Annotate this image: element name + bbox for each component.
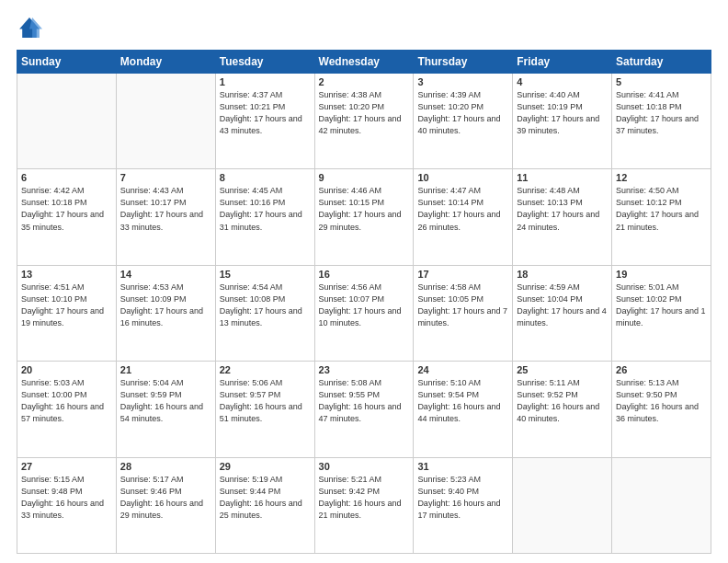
day-number: 14 xyxy=(120,269,211,280)
calendar-cell: 19Sunrise: 5:01 AM Sunset: 10:02 PM Dayl… xyxy=(612,265,711,361)
cell-info: Sunrise: 5:04 AM Sunset: 9:59 PM Dayligh… xyxy=(120,377,211,425)
cell-info: Sunrise: 5:17 AM Sunset: 9:46 PM Dayligh… xyxy=(120,474,211,522)
calendar-cell: 11Sunrise: 4:48 AM Sunset: 10:13 PM Dayl… xyxy=(513,169,612,265)
cell-info: Sunrise: 4:45 AM Sunset: 10:16 PM Daylig… xyxy=(220,185,311,233)
day-number: 24 xyxy=(417,364,508,375)
day-number: 20 xyxy=(21,364,112,375)
calendar-cell: 24Sunrise: 5:10 AM Sunset: 9:54 PM Dayli… xyxy=(414,362,513,457)
cell-info: Sunrise: 4:39 AM Sunset: 10:20 PM Daylig… xyxy=(417,89,508,137)
calendar-cell: 25Sunrise: 5:11 AM Sunset: 9:52 PM Dayli… xyxy=(513,362,612,457)
cell-info: Sunrise: 5:19 AM Sunset: 9:44 PM Dayligh… xyxy=(220,474,311,522)
cell-info: Sunrise: 4:46 AM Sunset: 10:15 PM Daylig… xyxy=(319,185,410,233)
cell-info: Sunrise: 5:08 AM Sunset: 9:55 PM Dayligh… xyxy=(319,377,410,425)
calendar-cell: 6Sunrise: 4:42 AM Sunset: 10:18 PM Dayli… xyxy=(17,169,117,265)
cell-info: Sunrise: 4:38 AM Sunset: 10:20 PM Daylig… xyxy=(319,89,410,137)
weekday-header: Wednesday xyxy=(314,51,414,74)
cell-info: Sunrise: 4:54 AM Sunset: 10:08 PM Daylig… xyxy=(220,282,311,329)
calendar-cell: 27Sunrise: 5:15 AM Sunset: 9:48 PM Dayli… xyxy=(17,457,117,553)
calendar-cell: 2Sunrise: 4:38 AM Sunset: 10:20 PM Dayli… xyxy=(314,74,414,169)
calendar-cell: 20Sunrise: 5:03 AM Sunset: 10:00 PM Dayl… xyxy=(17,362,117,457)
weekday-header: Friday xyxy=(513,51,612,74)
page: SundayMondayTuesdayWednesdayThursdayFrid… xyxy=(0,0,728,563)
day-number: 26 xyxy=(616,364,707,375)
day-number: 18 xyxy=(517,269,608,280)
cell-info: Sunrise: 4:58 AM Sunset: 10:05 PM Daylig… xyxy=(417,282,508,329)
calendar-cell: 22Sunrise: 5:06 AM Sunset: 9:57 PM Dayli… xyxy=(215,362,314,457)
day-number: 2 xyxy=(319,76,410,87)
header xyxy=(17,15,711,40)
calendar-week-row: 6Sunrise: 4:42 AM Sunset: 10:18 PM Dayli… xyxy=(17,169,711,265)
calendar-table: SundayMondayTuesdayWednesdayThursdayFrid… xyxy=(17,50,711,554)
weekday-header: Tuesday xyxy=(215,51,314,74)
weekday-header-row: SundayMondayTuesdayWednesdayThursdayFrid… xyxy=(17,51,711,74)
cell-info: Sunrise: 5:01 AM Sunset: 10:02 PM Daylig… xyxy=(616,282,707,329)
day-number: 3 xyxy=(417,76,508,87)
calendar-week-row: 13Sunrise: 4:51 AM Sunset: 10:10 PM Dayl… xyxy=(17,265,711,361)
calendar-cell: 8Sunrise: 4:45 AM Sunset: 10:16 PM Dayli… xyxy=(215,169,314,265)
cell-info: Sunrise: 5:23 AM Sunset: 9:40 PM Dayligh… xyxy=(417,474,508,522)
cell-info: Sunrise: 4:51 AM Sunset: 10:10 PM Daylig… xyxy=(21,282,112,329)
cell-info: Sunrise: 4:47 AM Sunset: 10:14 PM Daylig… xyxy=(417,185,508,233)
calendar-week-row: 27Sunrise: 5:15 AM Sunset: 9:48 PM Dayli… xyxy=(17,457,711,553)
cell-info: Sunrise: 4:48 AM Sunset: 10:13 PM Daylig… xyxy=(517,185,608,233)
day-number: 5 xyxy=(616,76,707,87)
calendar-cell: 13Sunrise: 4:51 AM Sunset: 10:10 PM Dayl… xyxy=(17,265,117,361)
day-number: 25 xyxy=(517,364,608,375)
calendar-cell: 1Sunrise: 4:37 AM Sunset: 10:21 PM Dayli… xyxy=(215,74,314,169)
cell-info: Sunrise: 4:53 AM Sunset: 10:09 PM Daylig… xyxy=(120,282,211,329)
calendar-cell xyxy=(612,457,711,553)
calendar-cell: 4Sunrise: 4:40 AM Sunset: 10:19 PM Dayli… xyxy=(513,74,612,169)
day-number: 16 xyxy=(319,269,410,280)
calendar-cell: 26Sunrise: 5:13 AM Sunset: 9:50 PM Dayli… xyxy=(612,362,711,457)
calendar-cell: 9Sunrise: 4:46 AM Sunset: 10:15 PM Dayli… xyxy=(314,169,414,265)
day-number: 27 xyxy=(21,461,112,472)
calendar-cell xyxy=(17,74,117,169)
weekday-header: Saturday xyxy=(612,51,711,74)
calendar-cell: 21Sunrise: 5:04 AM Sunset: 9:59 PM Dayli… xyxy=(116,362,215,457)
cell-info: Sunrise: 4:50 AM Sunset: 10:12 PM Daylig… xyxy=(616,185,707,233)
day-number: 22 xyxy=(220,364,311,375)
day-number: 12 xyxy=(616,172,707,183)
day-number: 1 xyxy=(220,76,311,87)
day-number: 13 xyxy=(21,269,112,280)
cell-info: Sunrise: 4:56 AM Sunset: 10:07 PM Daylig… xyxy=(319,282,410,329)
calendar-cell: 3Sunrise: 4:39 AM Sunset: 10:20 PM Dayli… xyxy=(414,74,513,169)
calendar-cell: 29Sunrise: 5:19 AM Sunset: 9:44 PM Dayli… xyxy=(215,457,314,553)
calendar-cell: 30Sunrise: 5:21 AM Sunset: 9:42 PM Dayli… xyxy=(314,457,414,553)
calendar-cell: 14Sunrise: 4:53 AM Sunset: 10:09 PM Dayl… xyxy=(116,265,215,361)
weekday-header: Sunday xyxy=(17,51,117,74)
day-number: 15 xyxy=(220,269,311,280)
calendar-cell: 16Sunrise: 4:56 AM Sunset: 10:07 PM Dayl… xyxy=(314,265,414,361)
calendar-cell: 23Sunrise: 5:08 AM Sunset: 9:55 PM Dayli… xyxy=(314,362,414,457)
calendar-cell: 18Sunrise: 4:59 AM Sunset: 10:04 PM Dayl… xyxy=(513,265,612,361)
cell-info: Sunrise: 4:41 AM Sunset: 10:18 PM Daylig… xyxy=(616,89,707,137)
day-number: 8 xyxy=(220,172,311,183)
cell-info: Sunrise: 5:13 AM Sunset: 9:50 PM Dayligh… xyxy=(616,377,707,425)
day-number: 19 xyxy=(616,269,707,280)
day-number: 7 xyxy=(120,172,211,183)
cell-info: Sunrise: 5:15 AM Sunset: 9:48 PM Dayligh… xyxy=(21,474,112,522)
cell-info: Sunrise: 4:42 AM Sunset: 10:18 PM Daylig… xyxy=(21,185,112,233)
cell-info: Sunrise: 4:43 AM Sunset: 10:17 PM Daylig… xyxy=(120,185,211,233)
day-number: 17 xyxy=(417,269,508,280)
day-number: 30 xyxy=(319,461,410,472)
cell-info: Sunrise: 5:03 AM Sunset: 10:00 PM Daylig… xyxy=(21,377,112,425)
day-number: 10 xyxy=(417,172,508,183)
day-number: 6 xyxy=(21,172,112,183)
day-number: 28 xyxy=(120,461,211,472)
day-number: 23 xyxy=(319,364,410,375)
cell-info: Sunrise: 5:11 AM Sunset: 9:52 PM Dayligh… xyxy=(517,377,608,425)
calendar-cell: 17Sunrise: 4:58 AM Sunset: 10:05 PM Dayl… xyxy=(414,265,513,361)
day-number: 21 xyxy=(120,364,211,375)
day-number: 9 xyxy=(319,172,410,183)
logo xyxy=(17,15,46,40)
cell-info: Sunrise: 5:21 AM Sunset: 9:42 PM Dayligh… xyxy=(319,474,410,522)
cell-info: Sunrise: 5:06 AM Sunset: 9:57 PM Dayligh… xyxy=(220,377,311,425)
logo-icon xyxy=(17,15,42,40)
day-number: 11 xyxy=(517,172,608,183)
cell-info: Sunrise: 5:10 AM Sunset: 9:54 PM Dayligh… xyxy=(417,377,508,425)
calendar-cell xyxy=(513,457,612,553)
calendar-cell xyxy=(116,74,215,169)
calendar-cell: 28Sunrise: 5:17 AM Sunset: 9:46 PM Dayli… xyxy=(116,457,215,553)
calendar-cell: 31Sunrise: 5:23 AM Sunset: 9:40 PM Dayli… xyxy=(414,457,513,553)
